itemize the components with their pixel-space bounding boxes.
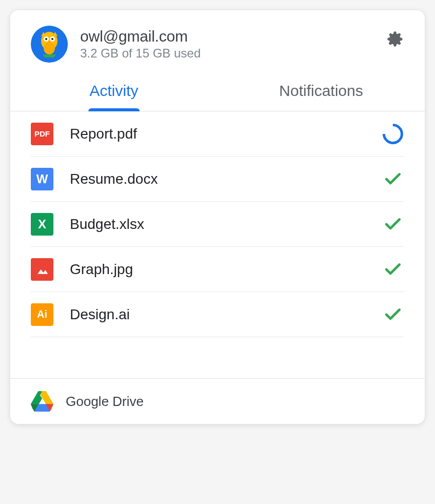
file-list: PDF Report.pdf W Resume.docx X Budget.xl… bbox=[10, 111, 425, 378]
excel-icon: X bbox=[31, 213, 53, 236]
file-row[interactable]: PDF Report.pdf bbox=[31, 111, 404, 157]
owl-icon bbox=[36, 30, 62, 59]
svg-point-5 bbox=[44, 42, 55, 54]
footer[interactable]: Google Drive bbox=[10, 378, 425, 424]
svg-point-4 bbox=[51, 38, 53, 40]
checkmark-icon bbox=[382, 213, 404, 236]
checkmark-icon bbox=[382, 168, 404, 190]
tabs: Activity Notifications bbox=[10, 73, 425, 111]
file-name: Design.ai bbox=[70, 306, 382, 323]
account-info: owl@gmail.com 3.2 GB of 15 GB used bbox=[80, 26, 386, 61]
gear-icon bbox=[387, 31, 403, 47]
illustrator-icon: Ai bbox=[31, 303, 53, 326]
tab-label: Notifications bbox=[279, 82, 363, 99]
checkmark-icon bbox=[382, 303, 404, 326]
tab-activity[interactable]: Activity bbox=[10, 73, 218, 111]
avatar[interactable] bbox=[31, 26, 68, 63]
footer-label: Google Drive bbox=[66, 394, 144, 410]
checkmark-icon bbox=[382, 258, 404, 281]
word-icon: W bbox=[31, 168, 53, 190]
file-row[interactable]: Ai Design.ai bbox=[31, 292, 404, 337]
file-name: Graph.jpg bbox=[70, 261, 382, 278]
drive-sync-panel: owl@gmail.com 3.2 GB of 15 GB used Activ… bbox=[10, 10, 425, 424]
sync-spinner-icon bbox=[382, 123, 404, 145]
header: owl@gmail.com 3.2 GB of 15 GB used bbox=[10, 10, 425, 73]
tab-notifications[interactable]: Notifications bbox=[218, 73, 425, 111]
account-email: owl@gmail.com bbox=[80, 28, 386, 45]
pdf-icon: PDF bbox=[31, 123, 53, 145]
file-name: Report.pdf bbox=[70, 126, 382, 142]
google-drive-icon bbox=[31, 391, 53, 412]
tab-indicator bbox=[88, 108, 140, 111]
file-row[interactable]: W Resume.docx bbox=[31, 157, 404, 202]
file-name: Budget.xlsx bbox=[70, 216, 382, 232]
storage-text: 3.2 GB of 15 GB used bbox=[80, 46, 386, 61]
file-name: Resume.docx bbox=[70, 171, 382, 187]
file-row[interactable]: X Budget.xlsx bbox=[31, 202, 404, 247]
svg-point-3 bbox=[45, 38, 47, 40]
image-icon bbox=[31, 258, 53, 281]
file-row[interactable]: Graph.jpg bbox=[31, 247, 404, 292]
settings-button[interactable] bbox=[386, 30, 404, 48]
tab-label: Activity bbox=[89, 82, 138, 99]
